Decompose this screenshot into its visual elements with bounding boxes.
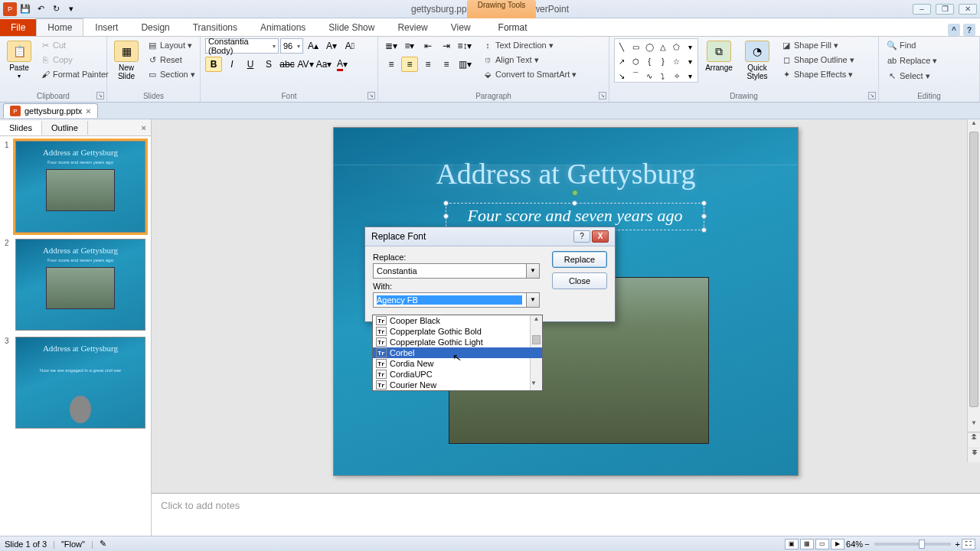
line-spacing-button[interactable]: ≡↕▾ — [456, 38, 473, 54]
justify-button[interactable]: ≡ — [438, 57, 455, 72]
align-center-button[interactable]: ≡ — [401, 57, 418, 72]
resize-handle[interactable] — [572, 201, 577, 206]
slide-subtitle[interactable]: Four score and seven years ago — [446, 206, 704, 226]
quick-styles-button[interactable]: ◔Quick Styles — [740, 38, 775, 83]
smartart-button[interactable]: ⬙Convert to SmartArt ▾ — [479, 67, 580, 81]
replace-font-combo[interactable]: Constantia ▼ — [373, 263, 540, 279]
replace-button[interactable]: Replace — [552, 251, 607, 268]
close-button[interactable]: Close — [552, 272, 607, 289]
side-tab-outline[interactable]: Outline — [42, 121, 88, 135]
file-tab[interactable]: File — [0, 19, 36, 36]
align-right-button[interactable]: ≡ — [420, 57, 436, 72]
font-color-button[interactable]: A▾ — [334, 57, 351, 72]
font-option[interactable]: TrCooper Black — [373, 315, 542, 326]
tab-insert[interactable]: Insert — [83, 18, 129, 36]
tab-slideshow[interactable]: Slide Show — [317, 18, 386, 36]
bullets-button[interactable]: ≣▾ — [383, 38, 400, 54]
cut-button[interactable]: ✂Cut — [37, 38, 112, 52]
fit-view-button[interactable]: ⛶ — [962, 539, 975, 549]
underline-button[interactable]: U — [242, 57, 259, 72]
paste-button[interactable]: 📋Paste▾ — [5, 38, 34, 83]
text-direction-button[interactable]: ↕Text Direction ▾ — [479, 38, 580, 52]
resize-handle[interactable] — [701, 201, 707, 206]
font-option[interactable]: TrCordiaUPC — [373, 369, 542, 380]
tab-transitions[interactable]: Transitions — [181, 18, 249, 36]
change-case-button[interactable]: Aa▾ — [315, 57, 332, 72]
resize-handle[interactable] — [701, 214, 707, 219]
save-icon[interactable]: 💾 — [18, 2, 32, 16]
tab-animations[interactable]: Animations — [249, 18, 317, 36]
font-name-combo[interactable]: Constantia (Body)▾ — [205, 38, 279, 54]
qat-customize-icon[interactable]: ▾ — [64, 2, 78, 16]
new-slide-button[interactable]: ▦New Slide — [112, 38, 141, 83]
numbering-button[interactable]: ≡▾ — [401, 38, 418, 54]
increase-indent-button[interactable]: ⇥ — [438, 38, 455, 54]
clipboard-launcher[interactable]: ↘ — [96, 92, 104, 99]
close-button[interactable]: ✕ — [959, 4, 977, 15]
copy-button[interactable]: ⎘Copy — [37, 53, 112, 67]
reset-button[interactable]: ↺Reset — [144, 53, 198, 67]
arrange-button[interactable]: ⧉Arrange — [701, 38, 737, 74]
help-icon[interactable]: ? — [963, 24, 975, 36]
replace-button[interactable]: abReplace ▾ — [884, 54, 975, 67]
dialog-close-button[interactable]: X — [592, 230, 609, 243]
font-option[interactable]: TrCourier New — [373, 380, 542, 390]
thumbnail[interactable]: Address at Gettysburg Now we are engaged… — [15, 337, 145, 429]
drawing-launcher[interactable]: ↘ — [868, 92, 876, 99]
tab-home[interactable]: Home — [36, 18, 83, 36]
section-button[interactable]: ▭Section ▾ — [144, 67, 198, 81]
next-slide-button[interactable]: ⯯ — [968, 448, 980, 463]
shadow-button[interactable]: S — [260, 57, 277, 72]
zoom-in-button[interactable]: + — [956, 540, 960, 549]
tab-design[interactable]: Design — [129, 18, 181, 36]
shape-effects-button[interactable]: ✦Shape Effects ▾ — [778, 67, 858, 81]
redo-icon[interactable]: ↻ — [49, 2, 63, 16]
format-painter-button[interactable]: 🖌Format Painter — [37, 67, 112, 81]
scrollbar-thumb[interactable] — [969, 132, 978, 407]
rotate-handle[interactable] — [572, 190, 578, 196]
find-button[interactable]: 🔍Find — [884, 38, 975, 52]
resize-handle[interactable] — [443, 201, 449, 206]
vertical-scrollbar[interactable]: ▲ ▼ ⯭ ⯯ — [967, 119, 980, 462]
clear-format-button[interactable]: Aͯ — [341, 38, 358, 54]
font-option[interactable]: TrCopperplate Gothic Light — [373, 337, 542, 347]
decrease-indent-button[interactable]: ⇤ — [420, 38, 436, 54]
minimize-button[interactable]: – — [913, 4, 931, 15]
prev-slide-button[interactable]: ⯭ — [968, 432, 980, 448]
slide-title[interactable]: Address at Gettysburg — [334, 157, 798, 191]
tab-review[interactable]: Review — [386, 18, 439, 36]
panel-close-icon[interactable]: × — [137, 123, 151, 132]
reading-view-button[interactable]: ▭ — [815, 539, 829, 549]
shape-outline-button[interactable]: ◻Shape Outline ▾ — [778, 53, 858, 67]
shape-fill-button[interactable]: ◪Shape Fill ▾ — [778, 38, 858, 52]
resize-handle[interactable] — [701, 227, 707, 233]
normal-view-button[interactable]: ▣ — [785, 539, 799, 549]
thumbnail-item[interactable]: 3 Address at Gettysburg Now we are engag… — [5, 337, 146, 429]
align-text-button[interactable]: ⎅Align Text ▾ — [479, 53, 580, 67]
slideshow-view-button[interactable]: ▶ — [831, 539, 844, 549]
with-font-combo[interactable]: ▼ — [373, 292, 540, 308]
font-size-combo[interactable]: 96▾ — [280, 38, 303, 54]
chevron-down-icon[interactable]: ▼ — [526, 264, 539, 278]
grow-font-button[interactable]: A▴ — [305, 38, 322, 54]
dialog-help-button[interactable]: ? — [573, 230, 590, 243]
notes-pane[interactable]: Click to add notes — [152, 493, 980, 536]
side-tab-slides[interactable]: Slides — [0, 121, 42, 135]
resize-handle[interactable] — [443, 214, 449, 219]
italic-button[interactable]: I — [224, 57, 240, 72]
zoom-slider[interactable] — [874, 543, 951, 546]
shrink-font-button[interactable]: A▾ — [323, 38, 340, 54]
undo-icon[interactable]: ↶ — [34, 2, 47, 16]
select-button[interactable]: ↖Select ▾ — [884, 69, 975, 83]
paragraph-launcher[interactable]: ↘ — [599, 92, 606, 99]
document-tab[interactable]: P gettysburg.pptx × — [3, 103, 98, 118]
thumbnail-item[interactable]: 2 Address at Gettysburg Four score and s… — [5, 239, 146, 331]
minimize-ribbon-icon[interactable]: ^ — [948, 24, 960, 36]
spell-icon[interactable]: ✎ — [100, 539, 106, 549]
powerpoint-icon[interactable]: P — [3, 2, 17, 16]
zoom-value[interactable]: 64% — [846, 540, 863, 549]
sorter-view-button[interactable]: ▦ — [800, 539, 814, 549]
thumbnail-item[interactable]: 1 Address at Gettysburg Four score and s… — [5, 141, 146, 233]
bold-button[interactable]: B — [205, 57, 222, 72]
close-doc-icon[interactable]: × — [86, 106, 90, 116]
